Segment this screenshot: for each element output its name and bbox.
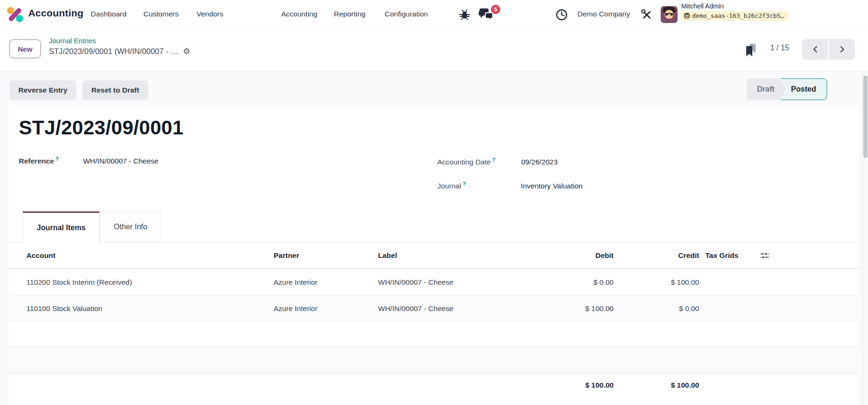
- nav-vendors[interactable]: Vendors: [197, 10, 223, 18]
- avatar-glasses: [665, 13, 673, 16]
- database-icon: [684, 13, 690, 19]
- nav-customers[interactable]: Customers: [143, 10, 179, 18]
- table-row[interactable]: 110200 Stock Interim (Received) Azure In…: [8, 269, 859, 296]
- cell-label[interactable]: WH/IN/00007 - Cheese: [374, 278, 541, 287]
- messages-icon[interactable]: 5: [479, 8, 494, 21]
- nav-configuration[interactable]: Configuration: [385, 10, 428, 18]
- cell-debit[interactable]: $ 0.00: [541, 278, 614, 287]
- message-count-badge: 5: [491, 5, 500, 14]
- tab-journal-items[interactable]: Journal Items: [23, 211, 100, 242]
- support-tools-icon[interactable]: [640, 8, 653, 21]
- breadcrumb-journal-entries-link[interactable]: Journal Entries: [49, 37, 190, 45]
- gear-actions-icon[interactable]: ⚙: [183, 47, 190, 55]
- control-panel: New Journal Entries STJ/2023/09/0001 (WH…: [0, 29, 868, 72]
- journal-help-icon: ?: [463, 181, 466, 187]
- journal-field-row: Journal? Inventory Valuation: [437, 182, 583, 190]
- accounting-app-icon[interactable]: [6, 6, 24, 23]
- company-switcher[interactable]: Demo Company: [577, 10, 630, 18]
- breadcrumb-current-record: STJ/2023/09/0001 (WH/IN/00007 - …: [49, 47, 178, 56]
- reference-help-icon: ?: [55, 156, 59, 162]
- form-statusbar: Reverse Entry Reset to Draft Draft Poste…: [0, 72, 868, 105]
- header-account: Account: [18, 251, 268, 260]
- debug-bug-icon[interactable]: [458, 8, 471, 21]
- pager-count[interactable]: 1 / 15: [770, 44, 789, 52]
- user-menu[interactable]: Mitchell Admin demo_saas-163_b26c2f3cb5…: [681, 2, 788, 21]
- reference-label: Reference: [19, 157, 54, 165]
- nav-accounting[interactable]: Accounting: [281, 10, 317, 18]
- tab-other-info[interactable]: Other Info: [100, 211, 161, 242]
- pager-previous-button[interactable]: [802, 39, 828, 60]
- state-widget: Draft Posted: [747, 78, 827, 100]
- journal-label: Journal: [437, 182, 461, 190]
- reference-value[interactable]: WH/IN/00007 - Cheese: [83, 157, 158, 165]
- optional-columns-icon[interactable]: [756, 251, 774, 260]
- table-header-row: Account Partner Label Debit Credit Tax G…: [8, 242, 859, 269]
- user-name: Mitchell Admin: [681, 2, 788, 10]
- header-debit: Debit: [541, 251, 614, 260]
- new-button[interactable]: New: [9, 39, 41, 58]
- total-debit: $ 100.00: [541, 381, 614, 389]
- accounting-date-field-row: Accounting Date? 09/26/2023: [437, 158, 558, 166]
- cell-credit[interactable]: $ 100.00: [614, 278, 699, 287]
- header-partner: Partner: [268, 251, 374, 260]
- cell-account[interactable]: 110100 Stock Valuation: [18, 304, 268, 313]
- journal-entry-title[interactable]: STJ/2023/09/0001: [19, 117, 183, 139]
- database-pill[interactable]: demo_saas-163_b26c2f3cb5…: [681, 11, 788, 21]
- vertical-scrollbar: [862, 72, 868, 405]
- breadcrumb: Journal Entries STJ/2023/09/0001 (WH/IN/…: [49, 37, 190, 56]
- state-draft[interactable]: Draft: [747, 78, 780, 100]
- reference-field-row: Reference? WH/IN/00007 - Cheese: [19, 157, 158, 165]
- cell-account[interactable]: 110200 Stock Interim (Received): [18, 278, 268, 287]
- nav-reporting[interactable]: Reporting: [334, 10, 365, 18]
- cell-partner[interactable]: Azure Interior: [268, 278, 374, 287]
- scrollbar-thumb[interactable]: [863, 76, 868, 158]
- reverse-entry-button[interactable]: Reverse Entry: [9, 80, 76, 100]
- logo-teal-dot: [16, 15, 23, 22]
- header-tax-grids: Tax Grids: [699, 251, 756, 260]
- app-title: Accounting: [28, 8, 84, 19]
- bookmark-icon[interactable]: [744, 43, 758, 57]
- total-credit: $ 100.00: [614, 381, 699, 389]
- table-totals-row: $ 100.00 $ 100.00: [8, 374, 859, 405]
- chevron-right-icon: [838, 45, 846, 54]
- cell-credit[interactable]: $ 0.00: [614, 304, 699, 313]
- form-sheet: STJ/2023/09/0001 Reference? WH/IN/00007 …: [8, 105, 859, 405]
- activities-clock-icon[interactable]: [555, 8, 568, 21]
- header-credit: Credit: [614, 251, 699, 260]
- nav-dashboard[interactable]: Dashboard: [91, 10, 126, 18]
- notebook-tabs: Journal Items Other Info: [8, 211, 859, 242]
- accounting-date-label: Accounting Date: [437, 158, 491, 166]
- header-label: Label: [374, 251, 541, 260]
- pager: [802, 39, 855, 60]
- journal-items-table: Account Partner Label Debit Credit Tax G…: [8, 242, 859, 405]
- database-name: demo_saas-163_b26c2f3cb5…: [692, 12, 784, 19]
- cell-label[interactable]: WH/IN/00007 - Cheese: [374, 304, 541, 313]
- cell-partner[interactable]: Azure Interior: [268, 304, 374, 313]
- pager-next-button[interactable]: [829, 39, 855, 60]
- cell-debit[interactable]: $ 100.00: [541, 304, 614, 313]
- empty-row: [8, 321, 859, 347]
- chevron-left-icon: [811, 45, 820, 54]
- table-row[interactable]: 110100 Stock Valuation Azure Interior WH…: [8, 296, 859, 321]
- accounting-date-help-icon: ?: [492, 157, 496, 163]
- accounting-date-value[interactable]: 09/26/2023: [521, 158, 558, 166]
- reset-to-draft-button[interactable]: Reset to Draft: [82, 80, 148, 100]
- top-nav-bar: Accounting Dashboard Customers Vendors A…: [0, 0, 868, 29]
- journal-value[interactable]: Inventory Valuation: [521, 182, 583, 190]
- empty-row: [8, 347, 859, 374]
- user-avatar[interactable]: [661, 6, 678, 23]
